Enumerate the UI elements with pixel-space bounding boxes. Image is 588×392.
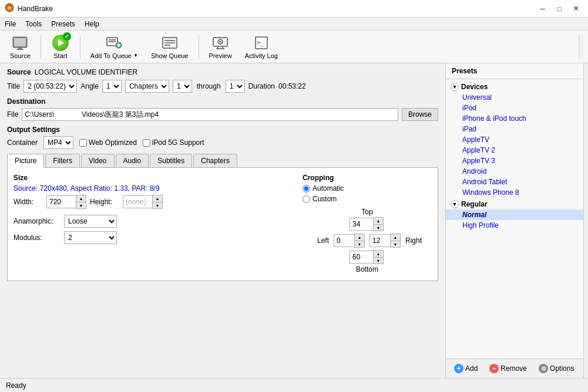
title-row: Title 2 (00:53:22) Angle 1 Chapters 1 th… [7,80,438,93]
add-preset-button[interactable]: + Add [451,363,481,374]
minimize-button[interactable]: ─ [535,3,550,15]
preset-ipad[interactable]: iPad [446,124,583,134]
title-select[interactable]: 2 (00:53:22) [23,80,77,93]
preset-normal[interactable]: Normal [446,209,583,220]
left-panel: Source LOGICAL VOLUME IDENTIFIER Title 2… [0,63,445,378]
top-down[interactable]: ▼ [374,224,383,231]
angle-select[interactable]: 1 [102,80,122,93]
width-down[interactable]: ▼ [76,202,86,208]
ipod-support-label[interactable]: iPod 5G Support [143,138,204,147]
right-up[interactable]: ▲ [391,234,400,241]
remove-preset-button[interactable]: − Remove [486,363,530,374]
height-input[interactable] [123,195,152,208]
chapter-end-select[interactable]: 1 [226,80,245,93]
preset-universal[interactable]: Universal [446,92,583,103]
source-label: Source [10,52,31,59]
top-input[interactable] [350,218,373,231]
tab-audio[interactable]: Audio [116,154,149,167]
picture-left: Size Source: 720x480, Aspect Ratio: 1.33… [14,174,291,275]
activity-log-button[interactable]: >_ Activity Log [240,33,283,61]
main-scrollbar[interactable] [583,63,588,378]
height-down[interactable]: ▼ [153,202,162,208]
modulus-select[interactable]: 2 4 8 16 [64,231,117,244]
tab-picture[interactable]: Picture [7,154,44,168]
source-label: Source [7,68,31,76]
preset-appletv2[interactable]: AppleTV 2 [446,145,583,156]
duration-label: Duration [248,82,275,90]
close-button[interactable]: ✕ [568,3,583,15]
add-queue-button[interactable]: Add To Queue ▼ [85,33,143,61]
bottom-input[interactable] [350,251,373,263]
tab-chapters[interactable]: Chapters [193,154,237,167]
right-label: Right [405,236,429,245]
maximize-button[interactable]: □ [552,3,567,15]
menu-file[interactable]: File [0,18,21,30]
start-button[interactable]: ✓ Start [46,33,75,61]
source-row: Source LOGICAL VOLUME IDENTIFIER [7,68,438,76]
file-input[interactable] [22,108,398,121]
activity-log-label: Activity Log [245,52,278,59]
preview-button[interactable]: Preview [204,33,237,61]
bottom-down[interactable]: ▼ [374,257,383,263]
menu-presets[interactable]: Presets [46,18,80,30]
height-up[interactable]: ▲ [153,195,162,202]
regular-group-header[interactable]: ▼ Regular [446,199,583,209]
preset-appletv3[interactable]: AppleTV 3 [446,156,583,166]
left-arrows: ▲ ▼ [354,234,365,248]
output-settings-row: Container MP4 Web Optimized iPod 5G Supp… [7,136,438,149]
ipod-support-checkbox[interactable] [143,139,150,147]
preset-high-profile[interactable]: High Profile [446,220,583,231]
preset-iphone[interactable]: iPhone & iPod touch [446,113,583,124]
source-button[interactable]: Source [5,33,36,61]
chapter-start-select[interactable]: 1 [173,80,192,93]
devices-group-header[interactable]: ▼ Devices [446,82,583,92]
activity-log-icon: >_ [253,35,270,51]
tab-content: Size Source: 720x480, Aspect Ratio: 1.33… [7,168,438,281]
options-preset-button[interactable]: ⚙ Options [535,363,577,374]
tab-subtitles[interactable]: Subtitles [150,154,192,167]
web-optimized-checkbox[interactable] [79,139,87,147]
custom-crop-option[interactable]: Custom [303,195,432,203]
tab-filters[interactable]: Filters [45,154,80,167]
left-input[interactable] [334,234,354,247]
preset-ipod[interactable]: iPod [446,103,583,113]
top-up[interactable]: ▲ [374,218,383,224]
width-input[interactable] [46,195,76,208]
height-spinner: ▲ ▼ [123,195,163,209]
right-input[interactable] [369,234,390,247]
preset-windows-phone[interactable]: Windows Phone 8 [446,187,583,198]
web-optimized-label[interactable]: Web Optimized [79,138,137,147]
auto-crop-radio[interactable] [303,185,310,192]
anamorphic-label: Anamorphic: [14,217,61,225]
duration-value: 00:53:22 [278,82,306,90]
chapters-select[interactable]: Chapters [125,80,169,93]
presets-panel: Presets ▼ Devices Universal iPod iPhone … [445,63,583,378]
anamorphic-select[interactable]: Loose Off Strict [64,215,117,228]
container-select[interactable]: MP4 [43,136,73,149]
right-spinner: ▲ ▼ [369,234,401,248]
tab-video[interactable]: Video [81,154,114,167]
auto-crop-option[interactable]: Automatic [303,184,432,192]
show-queue-button[interactable]: Show Queue [146,33,194,61]
left-down[interactable]: ▼ [355,241,364,247]
width-arrows: ▲ ▼ [76,195,86,209]
svg-rect-3 [14,38,26,46]
preset-android-tablet[interactable]: Android Tablet [446,177,583,187]
preset-android[interactable]: Android [446,166,583,177]
presets-footer: + Add − Remove ⚙ Options [446,359,583,378]
tab-bar: Picture Filters Video Audio Subtitles Ch… [7,154,438,168]
bottom-up[interactable]: ▲ [374,251,383,257]
width-up[interactable]: ▲ [76,195,86,202]
devices-group: ▼ Devices Universal iPod iPhone & iPod t… [446,82,583,198]
browse-button[interactable]: Browse [402,108,438,121]
menu-help[interactable]: Help [80,18,104,30]
left-up[interactable]: ▲ [355,234,364,241]
custom-crop-radio[interactable] [303,195,310,203]
menu-tools[interactable]: Tools [21,18,46,30]
top-arrows: ▲ ▼ [373,217,384,231]
preset-appletv[interactable]: AppleTV [446,134,583,145]
preview-icon [212,35,229,51]
right-down[interactable]: ▼ [391,241,400,247]
source-value: LOGICAL VOLUME IDENTIFIER [35,68,138,76]
bottom-label: Bottom [350,265,385,273]
